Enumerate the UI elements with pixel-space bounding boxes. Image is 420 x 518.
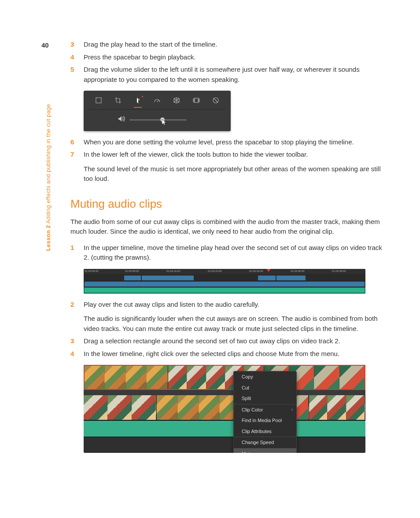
menu-item-mute[interactable]: Mute bbox=[234, 448, 296, 453]
step-item: 3Drag the play head to the start of the … bbox=[70, 40, 385, 50]
step-list-a: 3Drag the play head to the start of the … bbox=[70, 40, 385, 84]
chevron-right-icon: › bbox=[291, 406, 293, 413]
step-item: 3Drag a selection rectangle around the s… bbox=[70, 336, 385, 346]
step-number: 6 bbox=[70, 137, 74, 147]
ruler-tick: 01:00:00:00 bbox=[85, 269, 99, 273]
step-number: 3 bbox=[70, 336, 74, 346]
video-clip[interactable] bbox=[84, 365, 168, 389]
lesson-label-rest: Adding effects and publishing in the cut… bbox=[45, 104, 52, 225]
step-item: 4Press the spacebar to begin playback. bbox=[70, 52, 385, 62]
step-text: Press the spacebar to begin playback. bbox=[84, 53, 195, 61]
step-number: 5 bbox=[70, 65, 74, 75]
step-list-b: 6When you are done setting the volume le… bbox=[70, 137, 385, 184]
stabilize-icon[interactable] bbox=[192, 96, 200, 104]
step-number: 2 bbox=[70, 300, 74, 310]
figure-lower-timeline: Copy Cut Split Clip Color› Find in Media… bbox=[84, 365, 385, 453]
menu-item-split[interactable]: Split bbox=[234, 393, 296, 404]
step-text: Play over the cut away clips and listen … bbox=[84, 301, 259, 308]
audio-track-1[interactable] bbox=[84, 420, 365, 437]
step-item: 6When you are done setting the volume le… bbox=[70, 137, 385, 147]
step-text: Drag a selection rectangle around the se… bbox=[84, 337, 340, 345]
video-clip[interactable] bbox=[309, 395, 365, 420]
timeline-ruler[interactable]: 01:00:00:00 01:00:08:00 01:00:16:00 01:0… bbox=[84, 269, 365, 275]
ruler-tick: 01:00:48:00 bbox=[332, 269, 346, 273]
toolbar-tabs bbox=[89, 94, 225, 110]
video-track-1[interactable] bbox=[84, 281, 365, 287]
step-list-c: 1In the upper timeline, move the timelin… bbox=[70, 243, 385, 263]
cursor-icon bbox=[162, 118, 167, 129]
ruler-tick: 01:00:08:00 bbox=[125, 269, 139, 273]
step-text: In the lower timeline, right click over … bbox=[84, 350, 339, 357]
video-track-2[interactable] bbox=[84, 275, 365, 281]
step-list-d: 2Play over the cut away clips and listen… bbox=[70, 300, 385, 359]
upper-timeline[interactable]: 01:00:00:00 01:00:08:00 01:00:16:00 01:0… bbox=[84, 269, 365, 294]
menu-item-label: Clip Color bbox=[242, 407, 263, 412]
audio-clip[interactable] bbox=[85, 288, 365, 293]
video-clip[interactable] bbox=[85, 282, 365, 287]
video-clip[interactable] bbox=[157, 395, 241, 420]
menu-item-change-speed[interactable]: Change Speed bbox=[234, 437, 296, 448]
viewer-toolbar bbox=[84, 91, 231, 131]
track-gap bbox=[84, 390, 365, 395]
video-clip[interactable] bbox=[142, 276, 194, 280]
lesson-label: Lesson 2 Adding effects and publishing i… bbox=[44, 104, 53, 251]
ruler-tick: 01:00:32:00 bbox=[249, 269, 263, 273]
step-number: 7 bbox=[70, 150, 74, 160]
transform-icon[interactable] bbox=[95, 96, 103, 104]
menu-item-clip-attributes[interactable]: Clip Attributes bbox=[234, 426, 296, 437]
svg-rect-0 bbox=[96, 98, 101, 103]
menu-item-clip-color[interactable]: Clip Color› bbox=[234, 404, 296, 415]
video-track-1[interactable] bbox=[84, 395, 365, 420]
lower-timeline[interactable]: Copy Cut Split Clip Color› Find in Media… bbox=[84, 365, 365, 453]
playhead-icon[interactable] bbox=[266, 269, 271, 275]
ruler-tick: 01:00:16:00 bbox=[166, 269, 181, 273]
step-text: When you are done setting the volume lev… bbox=[84, 138, 354, 146]
volume-slider[interactable] bbox=[129, 119, 187, 121]
step-number: 1 bbox=[70, 243, 74, 253]
step-item: 5Drag the volume slider to the left unti… bbox=[70, 65, 385, 84]
figure-upper-timeline: 01:00:00:00 01:00:08:00 01:00:16:00 01:0… bbox=[84, 269, 385, 294]
step-number: 4 bbox=[70, 349, 74, 359]
menu-item-copy[interactable]: Copy bbox=[234, 371, 296, 382]
context-menu[interactable]: Copy Cut Split Clip Color› Find in Media… bbox=[233, 371, 297, 453]
video-track-2[interactable] bbox=[84, 365, 365, 390]
volume-row bbox=[89, 110, 225, 125]
step-text: In the lower left of the viewer, click t… bbox=[84, 151, 308, 158]
step-item: 1In the upper timeline, move the timelin… bbox=[70, 243, 385, 263]
menu-item-cut[interactable]: Cut bbox=[234, 382, 296, 393]
speed-icon[interactable] bbox=[153, 96, 161, 104]
audio-icon[interactable] bbox=[134, 96, 142, 104]
video-clip[interactable] bbox=[124, 276, 141, 280]
step-text: In the upper timeline, move the timeline… bbox=[84, 244, 382, 261]
step-follow: The audio is significantly louder when t… bbox=[84, 314, 385, 334]
video-clip[interactable] bbox=[258, 276, 276, 280]
crop-icon[interactable] bbox=[114, 96, 122, 104]
section-intro: The audio from some of our cut away clip… bbox=[70, 217, 385, 237]
lens-icon[interactable] bbox=[212, 96, 220, 104]
video-clip[interactable] bbox=[84, 395, 157, 420]
video-clip[interactable] bbox=[276, 276, 306, 280]
camera-icon[interactable] bbox=[173, 96, 181, 104]
ruler-tick: 01:00:40:00 bbox=[291, 269, 305, 273]
figure-toolbar bbox=[84, 91, 385, 131]
step-text: Drag the volume slider to the left until… bbox=[84, 66, 360, 83]
menu-item-find-in-media-pool[interactable]: Find in Media Pool bbox=[234, 415, 296, 426]
section-heading: Muting audio clips bbox=[70, 195, 385, 213]
audio-track-1[interactable] bbox=[84, 287, 365, 294]
audio-track-2[interactable] bbox=[84, 437, 365, 442]
step-item: 4In the lower timeline, right click over… bbox=[70, 349, 385, 359]
ruler-tick: 01:00:24:00 bbox=[208, 269, 222, 273]
step-item: 2Play over the cut away clips and listen… bbox=[70, 300, 385, 334]
step-text: Drag the play head to the start of the t… bbox=[84, 40, 217, 48]
step-number: 3 bbox=[70, 40, 74, 50]
speaker-icon[interactable] bbox=[118, 115, 125, 125]
step-number: 4 bbox=[70, 52, 74, 62]
step-follow: The sound level of the music is set more… bbox=[84, 164, 385, 184]
page-number: 40 bbox=[41, 40, 49, 51]
step-item: 7In the lower left of the viewer, click … bbox=[70, 150, 385, 184]
lesson-label-bold: Lesson 2 bbox=[45, 225, 52, 251]
